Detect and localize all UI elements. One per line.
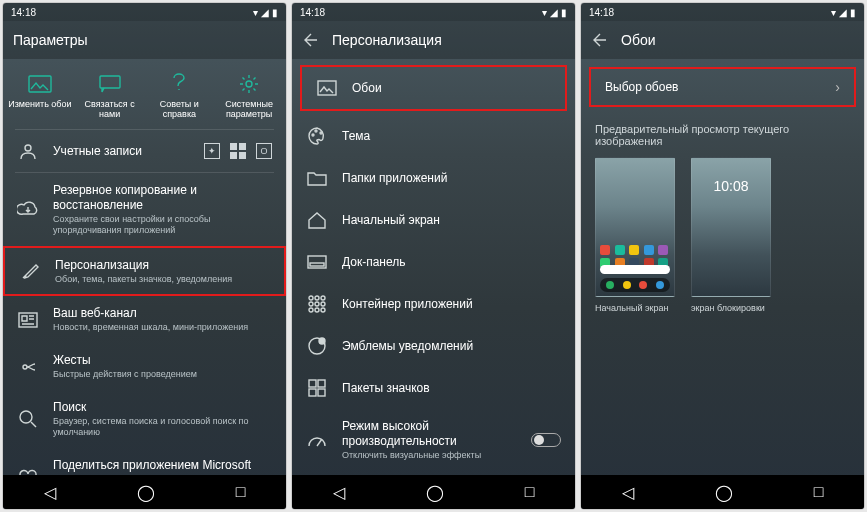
quick-contact-us[interactable]: Связаться с нами	[75, 71, 145, 121]
content-area: Обои Тема Папки приложений Начальный экр…	[292, 59, 575, 475]
news-icon	[17, 309, 39, 331]
row-title: Режим высокой производительности	[342, 419, 517, 449]
badge-icon	[306, 335, 328, 357]
app-bar: Параметры	[3, 21, 286, 59]
row-feed[interactable]: Ваш веб-канал Новости, временная шкала, …	[3, 296, 286, 343]
quick-system-settings[interactable]: Системные параметры	[214, 71, 284, 121]
search-icon	[17, 408, 39, 430]
wunderlist-icon: ✦	[204, 143, 220, 159]
row-accounts[interactable]: Учетные записи ✦ O	[3, 130, 286, 172]
row-gestures[interactable]: Жесты Быстрые действия с проведением	[3, 343, 286, 390]
navigation-bar: ◁ ◯ □	[292, 475, 575, 509]
row-title: Эмблемы уведомлений	[342, 339, 561, 354]
row-title: Обои	[352, 81, 551, 96]
icon-pack-icon	[306, 377, 328, 399]
row-title: Пакеты значков	[342, 381, 561, 396]
nav-home-icon[interactable]: ◯	[137, 483, 155, 502]
row-icon-packs[interactable]: Пакеты значков	[292, 367, 575, 409]
svg-point-3	[25, 145, 31, 151]
palette-icon	[306, 125, 328, 147]
row-title: Поиск	[53, 400, 272, 415]
nav-recents-icon[interactable]: □	[236, 483, 246, 501]
nav-recents-icon[interactable]: □	[525, 483, 535, 501]
preview-home-thumb	[595, 157, 675, 297]
row-title: Док-панель	[342, 255, 561, 270]
row-title: Выбор обоев	[605, 80, 821, 95]
row-high-performance[interactable]: Режим высокой производительности Отключи…	[292, 409, 575, 471]
page-title: Персонализация	[332, 32, 442, 48]
row-home-screen[interactable]: Начальный экран	[292, 199, 575, 241]
quick-label: Системные параметры	[216, 99, 282, 119]
svg-rect-26	[309, 389, 316, 396]
apps-icon	[306, 293, 328, 315]
row-app-folders[interactable]: Папки приложений	[292, 157, 575, 199]
status-time: 14:18	[300, 7, 325, 18]
page-title: Обои	[621, 32, 656, 48]
svg-rect-27	[318, 389, 325, 396]
row-app-drawer[interactable]: Контейнер приложений	[292, 283, 575, 325]
row-title: Жесты	[53, 353, 272, 368]
quick-tips-help[interactable]: Советы и справка	[145, 71, 215, 121]
quick-label: Изменить обои	[8, 99, 71, 109]
row-title: Учетные записи	[53, 144, 190, 159]
row-theme[interactable]: Тема	[292, 115, 575, 157]
brush-icon	[19, 260, 41, 282]
nav-home-icon[interactable]: ◯	[715, 483, 733, 502]
signal-icon: ◢	[839, 7, 847, 18]
nav-back-icon[interactable]: ◁	[333, 483, 345, 502]
svg-rect-12	[310, 263, 324, 266]
nav-back-icon[interactable]: ◁	[44, 483, 56, 502]
row-select-wallpaper[interactable]: Выбор обоев ›	[589, 67, 856, 107]
preview-caption: Начальный экран	[595, 303, 675, 313]
nav-recents-icon[interactable]: □	[814, 483, 824, 501]
svg-point-20	[315, 308, 319, 312]
row-share-launcher[interactable]: Поделиться приложением Microsoft Launche…	[3, 448, 286, 475]
preview-lock-thumb: 10:08	[691, 157, 771, 297]
nav-home-icon[interactable]: ◯	[426, 483, 444, 502]
wifi-icon: ▾	[542, 7, 547, 18]
row-title: Ваш веб-канал	[53, 306, 272, 321]
performance-toggle[interactable]	[531, 433, 561, 447]
nav-back-icon[interactable]: ◁	[622, 483, 634, 502]
wallpaper-icon	[28, 73, 52, 95]
wifi-icon: ▾	[831, 7, 836, 18]
preview-lock[interactable]: 10:08 экран блокировки	[691, 157, 771, 313]
preview-caption: экран блокировки	[691, 303, 771, 313]
status-time: 14:18	[589, 7, 614, 18]
row-backup-restore[interactable]: Резервное копирование и восстановление С…	[3, 173, 286, 246]
help-icon	[167, 73, 191, 95]
page-title: Параметры	[13, 32, 88, 48]
home-icon	[306, 209, 328, 231]
row-title: Начальный экран	[342, 213, 561, 228]
gear-icon	[237, 73, 261, 95]
battery-icon: ▮	[850, 7, 856, 18]
svg-point-2	[246, 81, 252, 87]
row-personalization[interactable]: Персонализация Обои, тема, пакеты значко…	[3, 246, 286, 297]
account-brand-icons: ✦ O	[204, 143, 272, 159]
signal-icon: ◢	[550, 7, 558, 18]
section-header-preview: Предварительный просмотр текущего изобра…	[581, 113, 864, 153]
wallpaper-icon	[316, 77, 338, 99]
row-subtitle: Браузер, система поиска и голосовой поис…	[53, 416, 272, 438]
content-area: Изменить обои Связаться с нами Советы и …	[3, 59, 286, 475]
row-notification-badges[interactable]: Эмблемы уведомлений	[292, 325, 575, 367]
windows-icon	[230, 143, 246, 159]
speed-icon	[306, 429, 328, 451]
back-button[interactable]	[302, 31, 320, 49]
heart-icon	[17, 467, 39, 475]
row-title: Папки приложений	[342, 171, 561, 186]
preview-home[interactable]: Начальный экран	[595, 157, 675, 313]
row-title: Контейнер приложений	[342, 297, 561, 312]
svg-point-18	[321, 302, 325, 306]
office-icon: O	[256, 143, 272, 159]
row-dock[interactable]: Док-панель	[292, 241, 575, 283]
svg-point-14	[315, 296, 319, 300]
quick-change-wallpaper[interactable]: Изменить обои	[5, 71, 75, 121]
row-search[interactable]: Поиск Браузер, система поиска и голосово…	[3, 390, 286, 448]
row-wallpaper[interactable]: Обои	[300, 65, 567, 111]
svg-point-16	[309, 302, 313, 306]
cloud-icon	[17, 198, 39, 220]
row-subtitle: Сохраните свои настройки и способы упоря…	[53, 214, 272, 236]
back-button[interactable]	[591, 31, 609, 49]
previews-row: Начальный экран 10:08 экран блокировки	[581, 153, 864, 317]
